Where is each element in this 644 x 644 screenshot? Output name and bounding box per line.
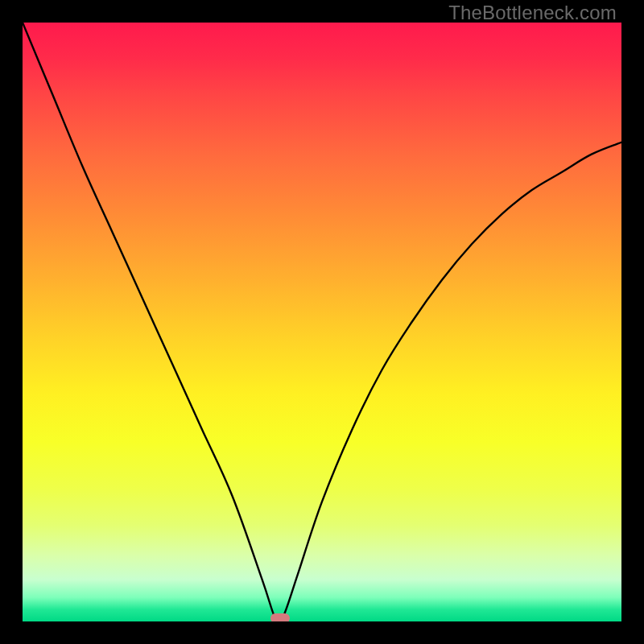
curve-layer xyxy=(23,23,621,621)
watermark-text: TheBottleneck.com xyxy=(448,2,617,24)
minimum-marker-icon xyxy=(270,613,290,621)
plot-area xyxy=(23,23,621,621)
bottleneck-curve xyxy=(23,23,621,621)
